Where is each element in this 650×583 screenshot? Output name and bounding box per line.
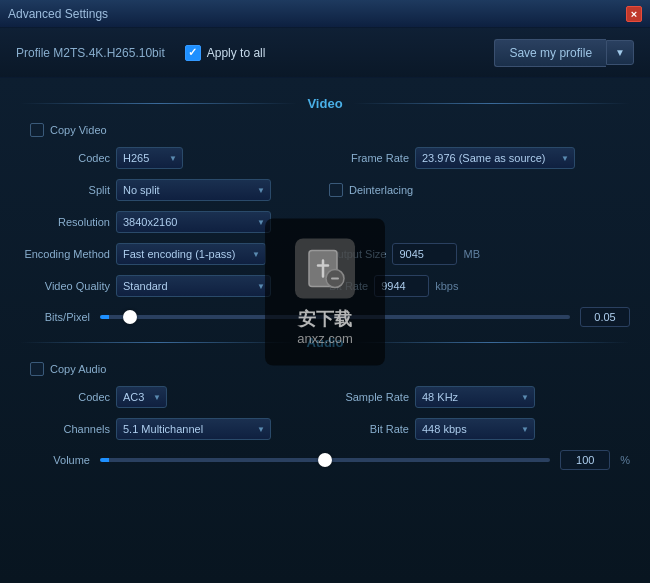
- channels-select[interactable]: 5.1 MultichannelStereoMono: [116, 418, 271, 440]
- bits-pixel-row: Bits/Pixel 0.05: [0, 307, 650, 327]
- channels-bitrate-row: Channels 5.1 MultichannelStereoMono Bit …: [0, 418, 650, 440]
- bitrate-label: Bit Rate: [329, 280, 368, 292]
- outputsize-field: Output Size MB: [329, 243, 640, 265]
- quality-label: Video Quality: [10, 280, 110, 292]
- split-label: Split: [10, 184, 110, 196]
- audio-bitrate-select[interactable]: 448 kbps320 kbps256 kbps: [415, 418, 535, 440]
- channels-field: Channels 5.1 MultichannelStereoMono: [10, 418, 321, 440]
- apply-all-label: Apply to all: [207, 46, 266, 60]
- apply-all-checkbox[interactable]: [185, 45, 201, 61]
- apply-all-wrapper: Apply to all: [185, 45, 266, 61]
- bits-pixel-slider[interactable]: [100, 315, 570, 319]
- output-size-label: Output Size: [329, 248, 386, 260]
- sample-rate-select[interactable]: 48 KHz44.1 KHz32 KHz: [415, 386, 535, 408]
- codec-select[interactable]: H265H264MPEG4Copy: [116, 147, 183, 169]
- header-bar: Profile M2TS.4K.H265.10bit Apply to all …: [0, 28, 650, 78]
- resolution-select[interactable]: 3840x21601920x10801280x720: [116, 211, 271, 233]
- audio-codec-field: Codec AC3AACMP3: [10, 386, 321, 408]
- bits-pixel-value: 0.05: [580, 307, 630, 327]
- audio-bitrate-label: Bit Rate: [329, 423, 409, 435]
- video-section-title: Video: [307, 96, 342, 111]
- save-profile-group: Save my profile ▼: [494, 39, 634, 67]
- split-select[interactable]: No splitBy sizeBy time: [116, 179, 271, 201]
- video-section-header: Video: [20, 96, 630, 111]
- framerate-label: Frame Rate: [329, 152, 409, 164]
- codec-framerate-row: Codec H265H264MPEG4Copy Frame Rate 23.97…: [0, 147, 650, 169]
- copy-video-checkbox[interactable]: [30, 123, 44, 137]
- resolution-label: Resolution: [10, 216, 110, 228]
- copy-audio-checkbox[interactable]: [30, 362, 44, 376]
- channels-select-wrapper: 5.1 MultichannelStereoMono: [116, 418, 271, 440]
- copy-video-label: Copy Video: [50, 124, 107, 136]
- audio-codec-samplerate-row: Codec AC3AACMP3 Sample Rate 48 KHz44.1 K…: [0, 386, 650, 408]
- quality-field: Video Quality StandardHighLow: [10, 275, 321, 297]
- sample-rate-field: Sample Rate 48 KHz44.1 KHz32 KHz: [329, 386, 640, 408]
- quality-select[interactable]: StandardHighLow: [116, 275, 271, 297]
- resolution-select-wrapper: 3840x21601920x10801280x720: [116, 211, 271, 233]
- encoding-label: Encoding Method: [10, 248, 110, 260]
- volume-value: 100: [560, 450, 610, 470]
- codec-field: Codec H265H264MPEG4Copy: [10, 147, 321, 169]
- resolution-field: Resolution 3840x21601920x10801280x720: [10, 211, 321, 233]
- bitrate-field: Bit Rate kbps: [329, 275, 640, 297]
- output-size-input[interactable]: [392, 243, 457, 265]
- audio-codec-label: Codec: [10, 391, 110, 403]
- deinterlacing-checkbox[interactable]: [329, 183, 343, 197]
- sample-rate-select-wrapper: 48 KHz44.1 KHz32 KHz: [415, 386, 535, 408]
- framerate-select[interactable]: 23.976 (Same as source)242530: [415, 147, 575, 169]
- volume-row: Volume 100 %: [0, 450, 650, 470]
- split-field: Split No splitBy sizeBy time: [10, 179, 321, 201]
- profile-label: Profile M2TS.4K.H265.10bit: [16, 46, 165, 60]
- bitrate-input[interactable]: [374, 275, 429, 297]
- encoding-select[interactable]: Fast encoding (1-pass)Standard (2-pass): [116, 243, 266, 265]
- output-size-field: [329, 211, 640, 233]
- encoding-output-row: Encoding Method Fast encoding (1-pass)St…: [0, 243, 650, 265]
- copy-video-row: Copy Video: [0, 123, 650, 137]
- encoding-field: Encoding Method Fast encoding (1-pass)St…: [10, 243, 321, 265]
- encoding-select-wrapper: Fast encoding (1-pass)Standard (2-pass): [116, 243, 266, 265]
- audio-bitrate-select-wrapper: 448 kbps320 kbps256 kbps: [415, 418, 535, 440]
- save-profile-dropdown[interactable]: ▼: [606, 40, 634, 65]
- audio-section: Audio Copy Audio Codec AC3AACMP3 Sample …: [0, 335, 650, 470]
- copy-audio-row: Copy Audio: [0, 362, 650, 376]
- bits-pixel-label: Bits/Pixel: [20, 311, 90, 323]
- split-select-wrapper: No splitBy sizeBy time: [116, 179, 271, 201]
- title-bar: Advanced Settings ×: [0, 0, 650, 28]
- output-size-unit: MB: [463, 248, 480, 260]
- deinterlacing-label: Deinterlacing: [349, 184, 413, 196]
- codec-label: Codec: [10, 152, 110, 164]
- channels-label: Channels: [10, 423, 110, 435]
- audio-codec-select[interactable]: AC3AACMP3: [116, 386, 167, 408]
- bitrate-unit: kbps: [435, 280, 458, 292]
- volume-label: Volume: [20, 454, 90, 466]
- framerate-field: Frame Rate 23.976 (Same as source)242530: [329, 147, 640, 169]
- audio-codec-select-wrapper: AC3AACMP3: [116, 386, 167, 408]
- close-button[interactable]: ×: [626, 6, 642, 22]
- save-profile-button[interactable]: Save my profile: [494, 39, 606, 67]
- framerate-select-wrapper: 23.976 (Same as source)242530: [415, 147, 575, 169]
- main-content: Video Copy Video Codec H265H264MPEG4Copy…: [0, 78, 650, 583]
- copy-audio-label: Copy Audio: [50, 363, 106, 375]
- quality-select-wrapper: StandardHighLow: [116, 275, 271, 297]
- quality-bitrate-row: Video Quality StandardHighLow Bit Rate k…: [0, 275, 650, 297]
- window-title: Advanced Settings: [8, 7, 108, 21]
- sample-rate-label: Sample Rate: [329, 391, 409, 403]
- audio-section-title: Audio: [307, 335, 344, 350]
- codec-select-wrapper: H265H264MPEG4Copy: [116, 147, 183, 169]
- split-deinterlace-row: Split No splitBy sizeBy time Deinterlaci…: [0, 179, 650, 201]
- volume-unit: %: [620, 454, 630, 466]
- deinterlace-field: Deinterlacing: [329, 179, 640, 201]
- audio-bitrate-field: Bit Rate 448 kbps320 kbps256 kbps: [329, 418, 640, 440]
- resolution-row: Resolution 3840x21601920x10801280x720: [0, 211, 650, 233]
- volume-slider[interactable]: [100, 458, 550, 462]
- audio-section-header: Audio: [20, 335, 630, 350]
